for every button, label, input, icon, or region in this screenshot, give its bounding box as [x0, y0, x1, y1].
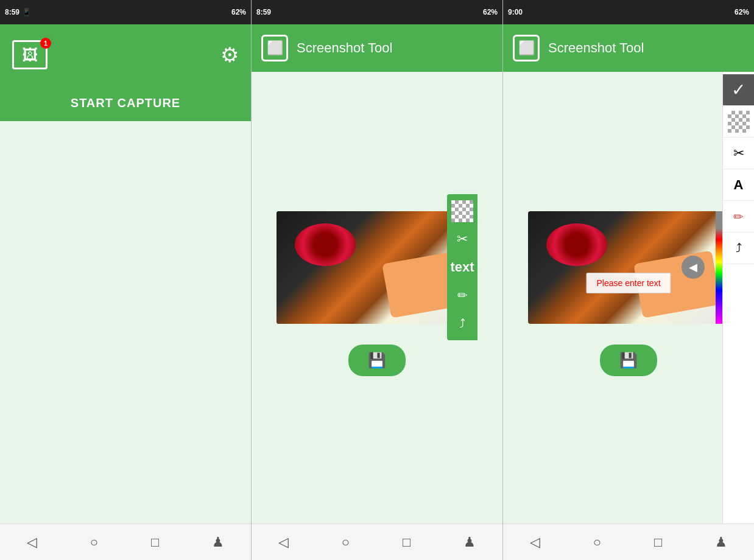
- confirm-button-3[interactable]: ✓: [723, 74, 755, 106]
- nav-back-3[interactable]: ◁: [530, 534, 540, 550]
- status-right-3: 62%: [735, 8, 749, 16]
- checker-tool-2[interactable]: [449, 198, 476, 225]
- text-tool-3[interactable]: A: [723, 169, 755, 201]
- pencil-tool-3[interactable]: ✏: [723, 201, 755, 233]
- bottom-save-area-3: 💾: [600, 324, 657, 385]
- nav-bar-1: ◁ ○ □ ♟: [0, 523, 251, 560]
- crop-tool-2[interactable]: ✂: [449, 226, 476, 253]
- share-icon-2: ⤴: [459, 317, 465, 331]
- panel-3: 9:00 62% ⬜ Screenshot Tool Please enter …: [502, 0, 754, 560]
- nav-home-1[interactable]: ○: [90, 534, 98, 550]
- nav-home-2[interactable]: ○: [342, 534, 350, 550]
- share-icon-3: ⤴: [736, 241, 742, 255]
- battery-2: 62%: [483, 8, 498, 16]
- text-icon-3: A: [734, 177, 744, 193]
- nav-bar-3: ◁ ○ □ ♟: [503, 523, 754, 560]
- edit-image-3: Please enter text ◀: [528, 211, 729, 324]
- right-toolbar-3: ✓ ✂ A ✏ ⤴: [722, 72, 754, 523]
- text-icon-2: text: [450, 259, 474, 275]
- screenshot-tool-icon-2: ⬜: [261, 35, 288, 61]
- pointer-button-3[interactable]: ◀: [682, 256, 705, 279]
- whatsapp-icon: 📱: [22, 8, 31, 16]
- nav-back-2[interactable]: ◁: [278, 534, 289, 550]
- image-preview-container-2: ✂ text ✏ ⤴: [277, 211, 477, 324]
- save-icon-2: 💾: [368, 352, 386, 369]
- text-placeholder-3: Please enter text: [596, 278, 660, 288]
- status-bar-2: 8:59 62%: [252, 0, 502, 24]
- screenshot-header-2: ⬜ Screenshot Tool: [252, 24, 502, 72]
- panel-3-content: Please enter text ◀ 💾 ✓: [503, 72, 754, 523]
- status-left-2: 8:59: [256, 8, 271, 16]
- status-left-3: 9:00: [508, 8, 523, 16]
- time-1: 8:59: [5, 8, 19, 16]
- checker-tool-3[interactable]: [723, 106, 755, 138]
- save-icon-3: 💾: [619, 352, 638, 369]
- status-bar-3: 9:00 62%: [503, 0, 754, 24]
- save-button-2[interactable]: 💾: [348, 345, 406, 376]
- share-tool-2[interactable]: ⤴: [449, 310, 476, 337]
- status-right-2: 62%: [483, 8, 498, 16]
- screenshot-tool-icon-3: ⬜: [513, 35, 540, 61]
- screenshot-tool-title-3: Screenshot Tool: [548, 40, 644, 56]
- bottom-save-area-2: 💾: [348, 324, 406, 385]
- panel-2: 8:59 62% ⬜ Screenshot Tool ✂: [251, 0, 502, 560]
- share-tool-3[interactable]: ⤴: [723, 233, 755, 264]
- checkmark-icon-3: ✓: [731, 80, 745, 100]
- tool-panel-vertical-2: ✂ text ✏ ⤴: [447, 194, 477, 340]
- nav-recent-1[interactable]: □: [151, 534, 159, 550]
- nav-user-2[interactable]: ♟: [463, 534, 476, 550]
- battery-1: 62%: [231, 8, 246, 16]
- edit-image-container-3: Please enter text ◀: [528, 211, 729, 324]
- gallery-icon-container: 🖼 1: [12, 40, 48, 69]
- time-2: 8:59: [256, 8, 271, 16]
- app-header-1: 🖼 1 ⚙: [0, 24, 251, 85]
- nav-bar-2: ◁ ○ □ ♟: [252, 523, 502, 560]
- save-button-3[interactable]: 💾: [600, 345, 657, 376]
- checker-icon-2: [451, 200, 473, 222]
- status-left-1: 8:59 📱: [5, 8, 31, 16]
- battery-3: 62%: [735, 8, 749, 16]
- pencil-icon-3: ✏: [733, 209, 744, 224]
- text-input-overlay-3[interactable]: Please enter text: [586, 273, 671, 293]
- pencil-tool-2[interactable]: ✏: [449, 282, 476, 309]
- settings-icon[interactable]: ⚙: [220, 43, 239, 67]
- panel-1-content: [0, 121, 251, 523]
- pointer-icon-3: ◀: [689, 261, 697, 274]
- crop-icon-2: ✂: [457, 231, 468, 247]
- nav-back-1[interactable]: ◁: [27, 534, 37, 550]
- crop-icon-3: ✂: [733, 145, 744, 161]
- checker-icon-3: [728, 111, 750, 133]
- crop-tool-3[interactable]: ✂: [723, 138, 755, 169]
- panel-1: 8:59 📱 62% 🖼 1 ⚙ START CAPTURE ◁ ○ □ ♟: [0, 0, 251, 560]
- nav-recent-3[interactable]: □: [654, 534, 662, 550]
- screenshot-icon-shape-3: ⬜: [518, 40, 535, 56]
- nav-user-1[interactable]: ♟: [212, 534, 224, 550]
- nav-user-3[interactable]: ♟: [715, 534, 727, 550]
- pencil-icon-2: ✏: [457, 288, 468, 303]
- status-bar-1: 8:59 📱 62%: [0, 0, 251, 24]
- nav-recent-2[interactable]: □: [403, 534, 410, 550]
- nav-home-3[interactable]: ○: [593, 534, 601, 550]
- text-tool-2[interactable]: text: [449, 254, 476, 281]
- time-3: 9:00: [508, 8, 523, 16]
- screenshot-icon-shape-2: ⬜: [267, 40, 283, 56]
- panel-2-content: ✂ text ✏ ⤴ 💾: [252, 72, 502, 523]
- notification-badge: 1: [40, 38, 51, 49]
- screenshot-tool-title-2: Screenshot Tool: [297, 40, 392, 56]
- start-capture-button[interactable]: START CAPTURE: [0, 85, 251, 121]
- screenshot-header-3: ⬜ Screenshot Tool: [503, 24, 754, 72]
- status-right-1: 62%: [231, 8, 246, 16]
